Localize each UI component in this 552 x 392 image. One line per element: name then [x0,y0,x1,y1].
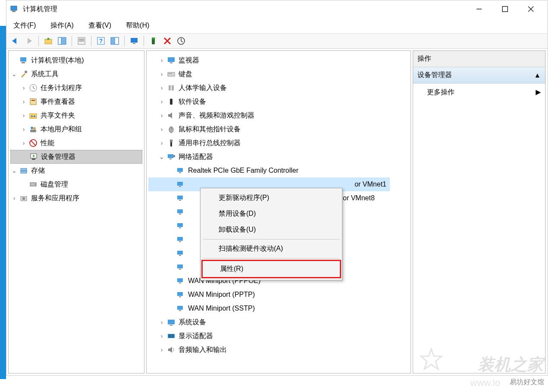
device-system-devices[interactable]: 系统设备 [148,315,409,329]
ctx-separator [203,239,339,240]
device-label: 键盘 [179,70,192,79]
menu-file[interactable]: 文件(F) [10,19,39,32]
device-audio-io[interactable]: 音频输入和输出 [148,343,409,357]
svg-point-32 [33,127,36,130]
device-software[interactable]: 软件设备 [148,95,409,109]
tree-services-apps[interactable]: 服务和应用程序 [10,191,142,205]
system-device-icon [166,317,176,327]
close-icon [528,6,534,12]
menu-help[interactable]: 帮助(H) [122,19,153,32]
ctx-uninstall-device[interactable]: 卸载设备(U) [201,222,341,238]
actions-more[interactable]: 更多操作 ▶ [413,84,545,101]
mouse-icon [166,124,176,134]
left-pane[interactable]: 计算机管理(本地) 系统工具 任务计划程序 事件查看器 共享文件夹 [8,50,144,373]
view-button[interactable] [109,35,121,47]
performance-icon [28,138,38,148]
properties-button[interactable] [75,35,88,47]
device-label: 音频输入和输出 [179,345,227,355]
device-wan-sstp[interactable]: WAN Miniport (SSTP) [148,302,409,315]
watermark-url: www.lo [470,377,500,389]
network-adapter-icon [176,166,185,175]
svg-rect-1 [12,11,16,12]
tree-task-scheduler[interactable]: 任务计划程序 [10,81,142,95]
network-adapter-icon [176,249,185,258]
device-keyboards[interactable]: 键盘 [148,67,409,81]
svg-rect-11 [79,40,84,41]
network-adapter-icon [166,152,176,162]
svg-rect-46 [170,62,172,63]
svg-rect-47 [168,72,175,76]
device-label: 鼠标和其他指针设备 [179,125,241,134]
ctx-scan-hardware[interactable]: 扫描检测硬件改动(A) [201,241,341,257]
separator [144,36,144,46]
tree-disk-management[interactable]: 磁盘管理 [10,177,142,191]
forward-button[interactable] [23,35,35,47]
device-network-adapters[interactable]: 网络适配器 [148,150,409,164]
svg-rect-67 [177,209,183,213]
tree-root[interactable]: 计算机管理(本地) [10,53,142,67]
device-label: 声音、视频和游戏控制器 [179,111,254,120]
device-label-suffix: or VMnet1 [354,180,390,188]
submenu-arrow-icon: ▶ [536,88,541,97]
device-hid[interactable]: 人体学输入设备 [148,81,409,95]
svg-rect-49 [170,73,171,74]
ctx-disable-device[interactable]: 禁用设备(D) [201,206,341,222]
scan-button[interactable] [175,35,187,47]
menu-action[interactable]: 操作(A) [47,19,77,32]
device-monitors[interactable]: 监视器 [148,53,409,67]
delete-button[interactable] [161,35,173,47]
menu-view[interactable]: 查看(V) [85,19,115,32]
app-icon [10,5,19,13]
device-display-adapters[interactable]: 显示适配器 [148,329,409,343]
actions-section-label: 设备管理器 [417,71,452,80]
minimize-icon [476,6,482,12]
tree-label: 事件查看器 [41,97,75,106]
svg-point-38 [33,155,34,157]
tree-storage[interactable]: 存储 [10,164,142,177]
svg-rect-48 [169,73,169,74]
svg-rect-37 [32,159,35,160]
tree-label: 性能 [41,139,54,148]
device-wan-pptp[interactable]: WAN Miniport (PPTP) [148,288,409,302]
device-label: Realtek PCIe GbE Family Controller [188,167,298,174]
monitor-button[interactable] [128,35,140,47]
minimize-button[interactable] [466,2,492,16]
device-realtek[interactable]: Realtek PCIe GbE Family Controller [148,164,409,177]
keyboard-icon [166,69,176,79]
ctx-update-driver[interactable]: 更新驱动程序(P) [201,190,341,206]
tree-system-tools[interactable]: 系统工具 [10,67,142,81]
help-button[interactable]: ? [95,35,107,47]
device-sound[interactable]: 声音、视频和游戏控制器 [148,109,409,122]
tree-event-viewer[interactable]: 事件查看器 [10,95,142,109]
svg-rect-16 [131,38,138,43]
back-button[interactable] [9,35,21,47]
show-hide-tree-button[interactable] [56,35,68,47]
network-adapter-icon [176,193,185,203]
context-menu: 更新驱动程序(P) 禁用设备(D) 卸载设备(U) 扫描检测硬件改动(A) 属性… [200,188,342,280]
device-label: WAN Miniport (PPTP) [188,291,255,299]
tree-label: 服务和应用程序 [31,194,79,203]
network-adapter-icon [176,290,185,299]
enable-button[interactable] [147,35,160,47]
maximize-icon [502,6,508,12]
svg-rect-6 [45,39,52,44]
ctx-properties[interactable]: 属性(R) [201,260,341,278]
folder-up-icon [44,36,53,46]
svg-rect-56 [170,140,172,142]
close-button[interactable] [518,2,544,16]
actions-section[interactable]: 设备管理器 ▲ [413,67,545,84]
tree-performance[interactable]: 性能 [10,136,142,150]
svg-rect-59 [169,159,172,159]
tree-shared-folders[interactable]: 共享文件夹 [10,109,142,122]
svg-rect-51 [169,85,171,90]
svg-rect-22 [20,57,26,62]
up-button[interactable] [42,35,54,47]
device-mouse[interactable]: 鼠标和其他指针设备 [148,122,409,136]
network-adapter-icon [176,180,185,189]
svg-rect-45 [168,57,175,62]
device-usb[interactable]: 通用串行总线控制器 [148,136,409,150]
tree-local-users[interactable]: 本地用户和组 [10,122,142,136]
tree-device-manager[interactable]: 设备管理器 [10,150,142,164]
maximize-button[interactable] [492,2,518,16]
svg-rect-77 [177,278,183,282]
